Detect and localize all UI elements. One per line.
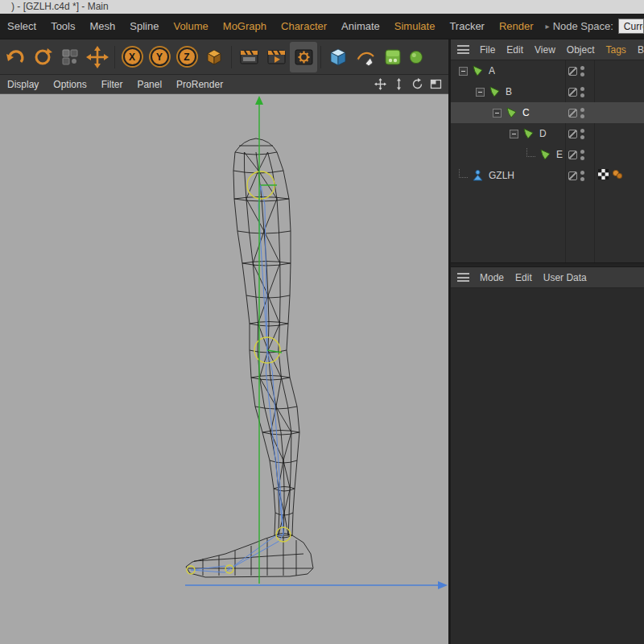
spline-pen-icon[interactable] [352,42,379,72]
om-menu-tags[interactable]: Tags [601,44,632,56]
am-menu-edit[interactable]: Edit [510,272,538,283]
mograph-glyph [382,47,403,68]
chevron-right-icon: ▸ [541,22,553,31]
am-menu-userdata[interactable]: User Data [538,272,592,283]
z-axis-lock-button[interactable]: Z [173,42,200,72]
attribute-manager-body [451,288,644,644]
pan-view-icon[interactable] [374,78,386,91]
x-axis-letter: X [129,52,135,63]
move-glyph [86,46,109,68]
add-cube-primitive-icon[interactable] [324,42,352,72]
joint-bone-icon [488,85,502,98]
om-menu-edit[interactable]: Edit [501,44,529,56]
texture-tag-icon[interactable] [598,169,609,182]
phong-tag-icon[interactable] [612,169,623,182]
render-view-glyph [238,47,260,68]
coord-glyph [204,47,225,68]
joint-bone-icon [522,127,536,140]
collapse-toggle-icon[interactable] [476,88,485,97]
y-axis-lock-button[interactable]: Y [146,42,173,72]
undo-glyph [5,47,26,68]
coordinate-system-icon[interactable] [200,42,228,72]
node-space-select[interactable]: Current (Standard/Phy [618,19,644,34]
title-bar: ) - [GZLH.c4d *] - Main [0,0,644,14]
simulate-icon[interactable] [407,42,424,72]
visibility-dots-icon[interactable] [580,66,584,76]
move-tool-icon[interactable] [84,42,111,72]
visibility-dots-icon[interactable] [580,171,584,181]
tree-leaf-connector [526,148,535,157]
collapse-toggle-icon[interactable] [493,109,502,118]
menu-animate[interactable]: Animate [334,20,387,32]
simulate-glyph [407,47,424,68]
dolly-view-icon[interactable] [392,78,405,91]
menu-character[interactable]: Character [274,20,334,32]
viewport-3d-canvas[interactable] [0,94,448,644]
menu-select[interactable]: Select [0,20,43,32]
tree-item-d[interactable]: D [451,123,644,144]
psr-glyph [60,47,80,67]
tree-item-e[interactable]: E [451,144,644,165]
display-toggle-icon[interactable] [568,109,577,118]
tree-item-a[interactable]: A [451,60,644,81]
om-menu-file[interactable]: File [474,44,501,56]
cube-glyph [328,47,349,68]
menu-render[interactable]: Render [492,20,541,32]
rotate-view-icon[interactable] [411,78,423,91]
tree-item-b[interactable]: B [451,81,644,102]
tree-item-gzlh[interactable]: GZLH [451,165,644,186]
tree-item-c[interactable]: C [451,102,644,123]
menu-mesh[interactable]: Mesh [83,20,123,32]
visibility-dots-icon[interactable] [580,108,584,118]
undo-icon[interactable] [2,42,29,72]
mograph-cloner-icon[interactable] [379,42,407,72]
viewport-menubar: Display Options Filter Panel ProRender [0,75,448,94]
y-axis-letter: Y [156,52,163,63]
visibility-dots-icon[interactable] [580,129,584,139]
vp-menu-options[interactable]: Options [46,79,93,90]
toolbar-separator [114,46,115,68]
am-menu-mode[interactable]: Mode [474,272,510,283]
joint-bone-icon [505,106,519,119]
vp-menu-panel[interactable]: Panel [130,79,169,90]
snap-psr-icon[interactable] [56,42,84,72]
display-toggle-icon[interactable] [568,171,577,180]
z-axis-letter: Z [184,52,189,63]
visibility-dots-icon[interactable] [580,87,584,97]
menu-simulate[interactable]: Simulate [387,20,443,32]
display-toggle-icon[interactable] [568,130,577,138]
joint-bone-icon [471,64,485,77]
hamburger-menu-icon[interactable] [457,273,469,282]
menu-tools[interactable]: Tools [43,20,82,32]
vp-menu-filter[interactable]: Filter [94,79,130,90]
toolbar-separator [320,46,321,68]
visibility-dots-icon[interactable] [580,150,584,160]
display-toggle-icon[interactable] [568,67,577,76]
x-axis-lock-button[interactable]: X [118,42,146,72]
window-title: ) - [GZLH.c4d *] - Main [11,1,109,12]
vp-menu-display[interactable]: Display [0,79,46,90]
render-view-icon[interactable] [235,42,262,72]
object-name: B [506,86,512,97]
menu-volume[interactable]: Volume [166,20,215,32]
display-toggle-icon[interactable] [568,151,577,159]
menu-spline[interactable]: Spline [122,20,166,32]
collapse-toggle-icon[interactable] [510,130,518,138]
main-menubar: Select Tools Mesh Spline Volume MoGraph … [0,14,644,39]
render-picture-viewer-icon[interactable] [262,42,290,72]
render-pv-glyph [266,47,287,68]
vp-menu-prorender[interactable]: ProRender [169,79,230,90]
display-toggle-icon[interactable] [568,88,577,97]
menu-tracker[interactable]: Tracker [442,20,492,32]
rotate-tool-icon[interactable] [29,42,56,72]
collapse-toggle-icon[interactable] [459,67,468,76]
hamburger-menu-icon[interactable] [457,45,469,54]
om-menu-view[interactable]: View [529,44,561,56]
toggle-view-icon[interactable] [429,78,442,91]
object-name: A [489,65,495,76]
app-window: ) - [GZLH.c4d *] - Main Select Tools Mes… [0,0,644,644]
om-menu-bookmarks[interactable]: Bo [632,44,644,56]
om-menu-object[interactable]: Object [561,44,601,56]
edit-render-settings-icon[interactable] [290,42,317,72]
menu-mograph[interactable]: MoGraph [216,20,274,32]
